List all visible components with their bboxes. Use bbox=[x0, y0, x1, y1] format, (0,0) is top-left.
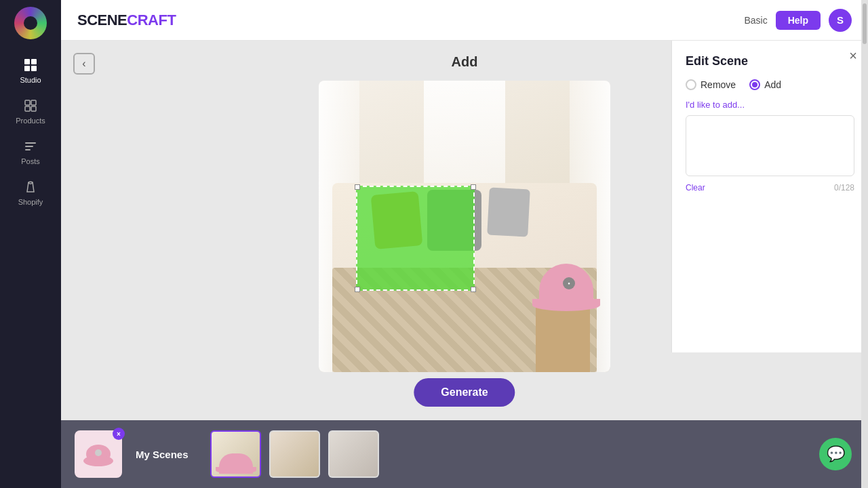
scene-thumb-3[interactable] bbox=[328, 430, 379, 478]
scrollbar-thumb bbox=[863, 3, 867, 44]
sidebar-item-studio-label: Studio bbox=[20, 76, 41, 84]
close-button[interactable]: × bbox=[849, 49, 857, 62]
radio-remove-label: Remove bbox=[701, 79, 736, 90]
posts-icon bbox=[22, 138, 39, 155]
topbar-right: Basic Help S bbox=[744, 9, 852, 32]
svg-rect-4 bbox=[25, 100, 30, 105]
my-scenes-label: My Scenes bbox=[136, 449, 197, 460]
products-icon bbox=[22, 98, 39, 114]
cap-logo: ● bbox=[563, 277, 575, 289]
product-thumbnail[interactable]: × bbox=[75, 430, 122, 478]
bottom-bar: × My Scenes bbox=[61, 420, 868, 488]
radio-add[interactable]: Add bbox=[749, 79, 781, 90]
sidebar-item-shopify-label: Shopify bbox=[18, 198, 43, 206]
cap-body: ● bbox=[539, 264, 593, 301]
product-badge: × bbox=[113, 428, 125, 440]
radio-remove-circle bbox=[686, 79, 696, 90]
svg-rect-6 bbox=[25, 106, 30, 111]
char-count: 0/128 bbox=[834, 183, 854, 192]
product-cap-svg bbox=[83, 442, 113, 466]
app-name: SCENECRAFT bbox=[77, 12, 176, 29]
bedroom-scene: ● bbox=[319, 81, 610, 372]
handle-top-left[interactable] bbox=[355, 184, 360, 190]
selection-box[interactable] bbox=[356, 186, 475, 291]
radio-remove[interactable]: Remove bbox=[686, 79, 736, 90]
thumb-bedroom-2 bbox=[271, 432, 319, 476]
svg-rect-2 bbox=[24, 66, 30, 71]
svg-rect-0 bbox=[24, 59, 30, 64]
sidebar-item-studio[interactable]: Studio bbox=[0, 50, 61, 91]
shopify-icon bbox=[22, 179, 39, 195]
thumb-bedroom-3 bbox=[330, 432, 378, 476]
scene-image[interactable]: ● bbox=[319, 81, 610, 372]
badge-close-icon: × bbox=[117, 430, 121, 438]
scene-thumb-1[interactable] bbox=[210, 430, 261, 478]
svg-rect-8 bbox=[25, 142, 36, 144]
svg-rect-7 bbox=[31, 106, 36, 111]
svg-rect-9 bbox=[25, 146, 33, 147]
basic-button[interactable]: Basic bbox=[744, 15, 767, 26]
sidebar-item-posts[interactable]: Posts bbox=[0, 131, 61, 172]
pillow-gray2 bbox=[487, 187, 530, 237]
edit-panel: Edit Scene × Remove Add I'd like to add.… bbox=[671, 41, 868, 352]
svg-point-12 bbox=[83, 455, 113, 466]
user-avatar[interactable]: S bbox=[829, 9, 852, 32]
handle-bottom-right[interactable] bbox=[471, 287, 476, 292]
handle-top-right[interactable] bbox=[471, 184, 476, 190]
nightstand bbox=[536, 304, 590, 372]
add-description-textarea[interactable] bbox=[686, 115, 854, 176]
textarea-label: I'd like to add... bbox=[686, 100, 854, 110]
svg-rect-5 bbox=[31, 100, 36, 105]
svg-point-13 bbox=[95, 449, 102, 456]
main-content: ‹ Add bbox=[61, 41, 868, 488]
svg-rect-1 bbox=[31, 59, 37, 64]
sidebar-item-posts-label: Posts bbox=[21, 157, 40, 165]
thumb-bedroom-1 bbox=[212, 432, 260, 476]
edit-panel-title: Edit Scene bbox=[686, 54, 854, 68]
clear-link[interactable]: Clear bbox=[686, 183, 705, 192]
pink-cap-scene: ● bbox=[532, 264, 600, 311]
studio-icon bbox=[22, 57, 39, 73]
topbar: SCENECRAFT Basic Help S bbox=[61, 0, 868, 41]
handle-bottom-left[interactable] bbox=[355, 287, 360, 292]
sidebar-item-shopify[interactable]: Shopify bbox=[0, 172, 61, 213]
generate-button[interactable]: Generate bbox=[414, 378, 515, 407]
app-name-part1: SCENE bbox=[77, 12, 127, 28]
app-name-part2: CRAFT bbox=[127, 12, 176, 28]
scene-thumbnails bbox=[210, 430, 379, 478]
chat-icon: 💬 bbox=[827, 445, 845, 463]
app-logo[interactable] bbox=[14, 7, 47, 39]
svg-rect-10 bbox=[25, 149, 31, 150]
back-button[interactable]: ‹ bbox=[73, 53, 95, 75]
chat-bubble[interactable]: 💬 bbox=[819, 438, 852, 470]
sidebar-item-products[interactable]: Products bbox=[0, 91, 61, 131]
svg-rect-3 bbox=[31, 66, 37, 71]
help-button[interactable]: Help bbox=[776, 11, 821, 30]
radio-add-circle bbox=[749, 79, 760, 90]
sidebar-item-products-label: Products bbox=[16, 117, 45, 125]
radio-add-label: Add bbox=[764, 79, 781, 90]
scene-thumb-2[interactable] bbox=[269, 430, 320, 478]
scrollbar[interactable] bbox=[861, 0, 868, 488]
edit-footer: Clear 0/128 bbox=[686, 183, 854, 192]
radio-group: Remove Add bbox=[686, 79, 854, 90]
canvas-area: ‹ Add bbox=[61, 41, 868, 420]
cap-brim bbox=[532, 299, 600, 311]
sidebar: Studio Products Posts bbox=[0, 0, 61, 488]
